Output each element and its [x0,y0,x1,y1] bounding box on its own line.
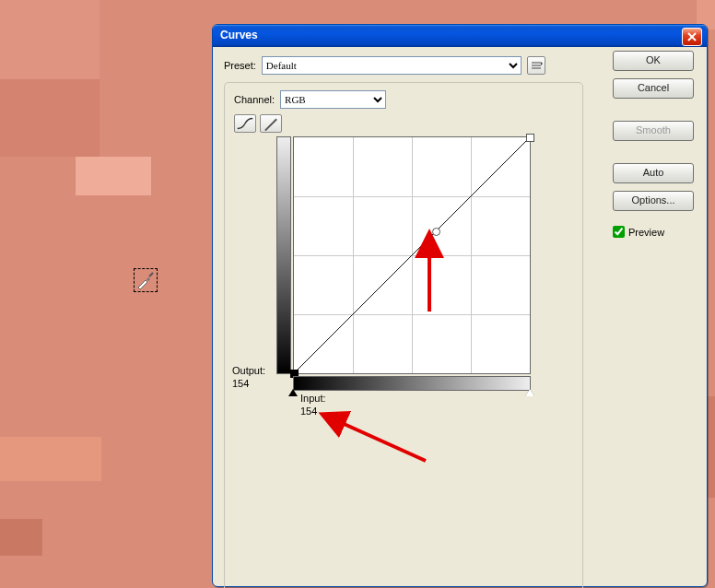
channel-select[interactable]: RGB [280,90,386,109]
close-button[interactable] [682,28,702,46]
options-button[interactable]: Options... [613,191,694,211]
curve-mode-buttons [234,114,282,133]
preset-label: Preset: [224,60,256,71]
channel-panel: Channel: RGB Output: 154 [224,82,583,588]
curve-grid[interactable] [293,136,531,374]
curve-line [294,137,530,373]
curve-sample-point[interactable] [432,228,440,236]
curve-point-highlight[interactable] [526,134,534,142]
bg-pixel [0,79,100,157]
preset-menu-icon[interactable] [527,56,545,75]
input-gradient [293,376,531,391]
auto-button[interactable]: Auto [613,163,694,183]
right-buttons: OK Cancel Smooth Auto Options... Preview [613,51,694,238]
preview-check[interactable] [613,226,625,238]
input-value: 154 [300,406,317,417]
channel-label: Channel: [234,94,275,105]
preset-select[interactable]: Default [262,56,522,75]
smooth-button[interactable]: Smooth [613,121,694,141]
curve-editor[interactable]: Output: 154 [236,136,573,409]
black-point-slider[interactable] [288,389,298,396]
channel-row: Channel: RGB [234,90,573,109]
white-point-slider[interactable] [525,389,534,396]
ok-button[interactable]: OK [613,51,694,71]
input-label: Input: [300,393,326,404]
cancel-button[interactable]: Cancel [613,78,694,99]
preset-row: Preset: Default [224,56,592,75]
curve-mode-smooth-icon[interactable] [234,114,256,133]
dialog-title: Curves [213,25,258,41]
output-value: 154 [232,378,249,389]
titlebar[interactable]: Curves [213,25,707,47]
preview-checkbox[interactable]: Preview [613,226,694,238]
bg-pixel [0,0,100,79]
canvas-sample-selection[interactable] [134,268,158,292]
svg-line-0 [294,137,530,373]
bg-pixel [0,437,101,481]
output-label: Output: [232,365,265,376]
bg-pixel [76,157,151,195]
curves-dialog: Curves OK Cancel Smooth Auto Options... … [212,24,708,587]
preview-label: Preview [628,227,664,238]
curve-mode-pencil-icon[interactable] [260,114,282,133]
bg-pixel [0,519,42,556]
output-gradient [276,136,291,374]
